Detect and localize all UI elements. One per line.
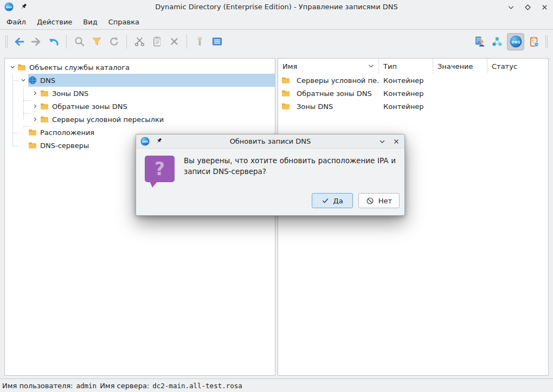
records-table-panel: Имя Тип Значение Статус Серверы условной… xyxy=(278,58,549,376)
question-bubble-icon: ? xyxy=(145,156,175,187)
details-view-icon[interactable] xyxy=(209,34,224,49)
username-value: admin xyxy=(76,382,97,390)
minimize-icon[interactable] xyxy=(506,3,515,11)
titlebar[interactable]: DNS Dynamic Directory (Enterprise Editio… xyxy=(0,0,553,14)
folder-icon xyxy=(17,63,26,72)
dialog-body: ? Вы уверены, что хотите обновить распол… xyxy=(136,149,404,215)
undo-button[interactable] xyxy=(46,34,61,49)
directory-tree-panel: Объекты службы каталога DNS Зо xyxy=(4,58,275,376)
close-icon[interactable] xyxy=(393,138,400,145)
cell-type: Контейнер xyxy=(379,76,433,85)
toolbar-separator xyxy=(187,35,187,49)
table-header: Имя Тип Значение Статус xyxy=(278,59,548,74)
table-row[interactable]: Зоны DNS Контейнер xyxy=(278,100,548,113)
column-header-label: Статус xyxy=(492,62,517,70)
tree-item-reverse-zones[interactable]: Обратные зоны DNS xyxy=(5,100,275,113)
app-window: DNS Dynamic Directory (Enterprise Editio… xyxy=(0,0,553,392)
column-header-type[interactable]: Тип xyxy=(379,59,433,74)
toolbar-drag-handle[interactable] xyxy=(545,35,548,48)
table-row[interactable]: Серверы условной пе… Контейнер xyxy=(278,74,548,87)
username-label: Имя пользователя: xyxy=(2,382,73,390)
cell-type: Контейнер xyxy=(379,89,433,98)
reload-icon[interactable] xyxy=(106,34,121,49)
tree-item-label: Серверы условной пересылки xyxy=(52,115,164,124)
statusbar: Имя пользователя: admin Имя сервера: dc2… xyxy=(0,378,553,392)
delete-icon[interactable] xyxy=(166,34,182,49)
cell-name: Серверы условной пе… xyxy=(297,76,379,85)
dns-records-button[interactable]: DNS xyxy=(507,33,524,50)
folder-icon xyxy=(40,89,49,98)
dialog-title: Обновить записи DNS xyxy=(136,137,404,145)
menu-view[interactable]: Вид xyxy=(78,16,102,28)
policies-icon[interactable] xyxy=(526,34,542,49)
chevron-right-icon[interactable] xyxy=(30,101,40,111)
tree-item-dns[interactable]: DNS xyxy=(5,74,275,87)
toolbar-drag-handle[interactable] xyxy=(5,35,8,48)
close-icon[interactable] xyxy=(540,3,549,11)
dialog-message: Вы уверены, что хотите обновить располож… xyxy=(184,155,396,177)
folder-icon xyxy=(281,102,290,111)
chevron-down-icon[interactable] xyxy=(8,62,17,72)
filter-icon[interactable] xyxy=(89,34,104,49)
folder-icon xyxy=(28,128,37,137)
dialog-titlebar[interactable]: Обновить записи DNS DNS xyxy=(136,134,404,149)
menu-help[interactable]: Справка xyxy=(103,16,145,28)
folder-icon xyxy=(28,141,37,150)
globe-icon xyxy=(28,76,37,85)
tree-item-directory-objects[interactable]: Объекты службы каталога xyxy=(5,61,275,74)
toolbar-separator xyxy=(126,35,127,49)
column-header-name[interactable]: Имя xyxy=(278,59,379,74)
tree-item-label: DNS xyxy=(40,76,55,85)
flashlight-icon[interactable] xyxy=(192,34,207,49)
column-header-label: Тип xyxy=(383,62,397,70)
update-dns-dialog: Обновить записи DNS DNS ? xyxy=(136,134,405,216)
folder-icon xyxy=(281,89,290,98)
no-button[interactable]: Нет xyxy=(358,193,400,208)
column-header-label: Имя xyxy=(282,62,297,70)
yes-button[interactable]: Да xyxy=(312,193,353,208)
prohibition-icon xyxy=(366,197,374,205)
tree-item-dns-zones[interactable]: Зоны DNS xyxy=(5,87,275,100)
chevron-right-icon[interactable] xyxy=(30,114,40,124)
minimize-icon[interactable] xyxy=(378,138,386,145)
forward-button[interactable] xyxy=(29,34,44,49)
folder-icon xyxy=(281,76,290,85)
maximize-icon[interactable] xyxy=(523,3,532,11)
tree-item-label: Расположения xyxy=(40,128,94,137)
tree-item-label: Зоны DNS xyxy=(52,89,88,98)
paste-icon[interactable] xyxy=(149,34,164,49)
folder-icon xyxy=(40,115,49,124)
column-header-value[interactable]: Значение xyxy=(433,59,487,74)
search-icon[interactable] xyxy=(72,34,87,49)
window-title: Dynamic Directory (Enterprise Edition) -… xyxy=(0,3,553,11)
sites-icon[interactable] xyxy=(490,34,505,49)
toolbar-separator xyxy=(66,35,67,49)
menu-action[interactable]: Действие xyxy=(31,16,78,28)
folder-icon xyxy=(40,102,49,111)
sort-descending-icon xyxy=(368,64,374,68)
cell-name: Зоны DNS xyxy=(297,102,333,111)
cell-name: Обратные зоны DNS xyxy=(297,89,372,98)
column-header-status[interactable]: Статус xyxy=(487,59,548,74)
back-button[interactable] xyxy=(11,34,27,49)
check-icon xyxy=(321,197,329,204)
pin-icon[interactable] xyxy=(155,137,163,145)
table-row[interactable]: Обратные зоны DNS Контейнер xyxy=(278,87,548,100)
servername-value: dc2-main.all-test.rosa xyxy=(152,382,242,390)
servername-label: Имя сервера: xyxy=(100,382,149,390)
column-header-label: Значение xyxy=(438,62,473,70)
svg-text:DNS: DNS xyxy=(142,140,149,143)
cut-icon[interactable] xyxy=(132,34,147,49)
menu-file[interactable]: Файл xyxy=(1,16,31,28)
no-button-label: Нет xyxy=(378,197,392,205)
tree-item-label: DNS-серверы xyxy=(40,142,89,150)
tree-item-conditional-forwarders[interactable]: Серверы условной пересылки xyxy=(5,113,275,126)
svg-text:DNS: DNS xyxy=(511,40,520,44)
tree-item-label: Объекты службы каталога xyxy=(29,63,130,72)
users-computers-icon[interactable] xyxy=(472,34,487,49)
dialog-dns-globe-icon: DNS xyxy=(140,137,150,146)
chevron-right-icon[interactable] xyxy=(30,88,40,98)
toolbar: DNS xyxy=(0,30,553,53)
chevron-down-icon[interactable] xyxy=(18,75,28,85)
yes-button-label: Да xyxy=(333,197,343,205)
